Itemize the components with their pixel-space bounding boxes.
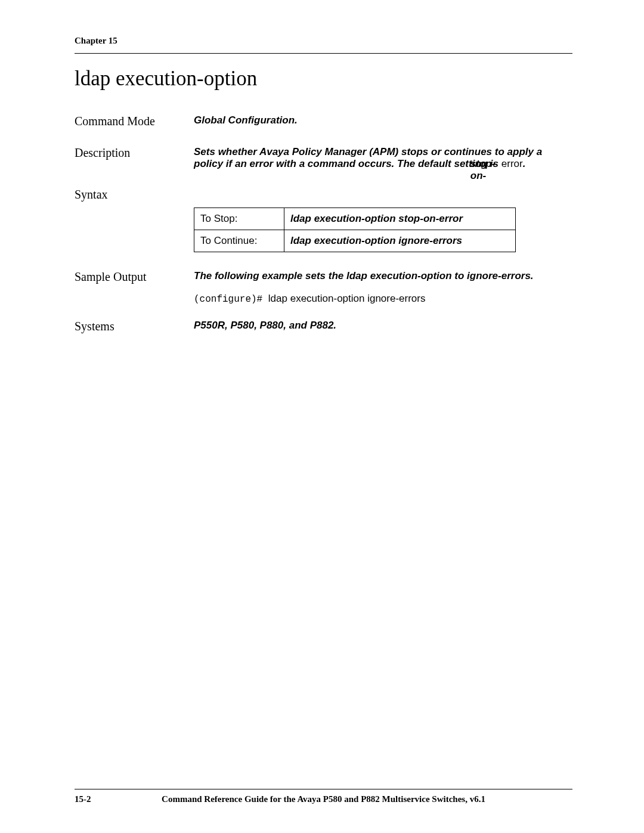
value-systems: P550R, P580, P880, and P882. <box>194 320 572 332</box>
label-syntax: Syntax <box>75 188 194 202</box>
syntax-cell-continue-label: To Continue: <box>194 230 284 252</box>
row-systems: Systems P550R, P580, P880, and P882. <box>75 320 572 333</box>
row-description: Description Sets whether Avaya Policy Ma… <box>75 146 572 170</box>
description-overlay: stop-on- <box>470 158 501 182</box>
syntax-row-continue: To Continue: ldap execution-option ignor… <box>194 230 516 252</box>
value-command-mode: Global Configuration. <box>194 114 572 126</box>
label-description: Description <box>75 146 194 160</box>
description-plain: error <box>501 158 523 169</box>
sample-output-prompt: (configure)# <box>194 294 268 305</box>
row-command-mode: Command Mode Global Configuration. <box>75 114 572 128</box>
row-sample-output: Sample Output The following example sets… <box>75 270 572 305</box>
page-title: ldap execution-option <box>75 67 572 91</box>
syntax-row-stop: To Stop: ldap execution-option stop-on-e… <box>194 208 516 230</box>
header-rule <box>75 53 572 54</box>
sample-output-intro: The following example sets the ldap exec… <box>194 270 572 282</box>
syntax-table: To Stop: ldap execution-option stop-on-e… <box>194 208 516 252</box>
value-sample-output: The following example sets the ldap exec… <box>194 270 572 305</box>
document-page: Chapter 15 ldap execution-option Command… <box>0 0 644 833</box>
description-text-part2: . <box>523 158 526 169</box>
footer-rule <box>75 789 572 789</box>
sample-output-command: ldap execution-option ignore-errors <box>268 293 426 304</box>
page-footer: 15-2 Command Reference Guide for the Ava… <box>75 789 572 804</box>
chapter-header: Chapter 15 <box>75 36 572 46</box>
label-systems: Systems <box>75 320 194 333</box>
syntax-cell-stop-label: To Stop: <box>194 208 284 230</box>
row-syntax: Syntax <box>75 188 572 202</box>
syntax-cell-continue-cmd: ldap execution-option ignore-errors <box>284 230 516 252</box>
footer-doc-title: Command Reference Guide for the Avaya P5… <box>75 794 572 804</box>
row-syntax-table: To Stop: ldap execution-option stop-on-e… <box>75 208 572 252</box>
value-description: Sets whether Avaya Policy Manager (APM) … <box>194 146 572 170</box>
sample-output-command-line: (configure)# ldap execution-option ignor… <box>194 293 572 305</box>
label-sample-output: Sample Output <box>75 270 194 284</box>
footer-line: 15-2 Command Reference Guide for the Ava… <box>75 794 572 804</box>
syntax-cell-stop-cmd: ldap execution-option stop-on-error <box>284 208 516 230</box>
label-command-mode: Command Mode <box>75 114 194 128</box>
